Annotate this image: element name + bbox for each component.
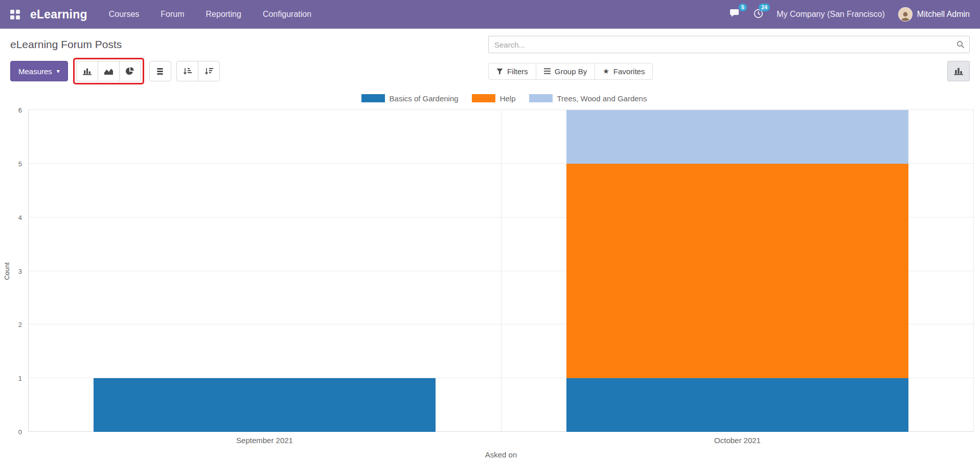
app-brand[interactable]: eLearning <box>30 8 87 21</box>
chat-icon <box>730 9 740 20</box>
bar-segment-help <box>566 164 908 378</box>
measures-label: Measures <box>18 67 52 76</box>
sort-descending-button[interactable] <box>198 61 220 81</box>
bar-segment-trees-wood-and-gardens <box>566 110 908 164</box>
y-tick-label: 3 <box>18 267 22 275</box>
stacked-toggle-button[interactable] <box>149 61 171 81</box>
sort-ascending-button[interactable] <box>176 61 198 81</box>
sort-ascending-icon <box>183 68 192 75</box>
x-tick-label: September 2021 <box>28 436 501 445</box>
x-axis-label: Asked on <box>28 450 974 459</box>
area-chart-icon <box>104 68 113 75</box>
legend-swatch <box>472 94 495 102</box>
main-menu: Courses Forum Reporting Configuration <box>109 10 311 19</box>
control-panel: eLearning Forum Posts Measures ▾ <box>0 29 980 84</box>
apps-grid-icon[interactable] <box>10 10 20 19</box>
bar-october-2021 <box>566 110 908 432</box>
category-column <box>28 110 501 432</box>
group-by-label: Group By <box>555 67 587 76</box>
group-by-bars-icon <box>544 68 551 74</box>
search-facets-row: Filters Group By ★ Favorites <box>488 61 970 81</box>
sort-descending-icon <box>204 68 213 75</box>
x-axis-ticks: September 2021 October 2021 <box>28 436 974 445</box>
graph-toolbar: Measures ▾ <box>10 58 220 84</box>
pie-chart-button[interactable] <box>119 61 141 81</box>
user-name: Mitchell Admin <box>917 10 970 19</box>
activities-button[interactable]: 24 <box>754 9 763 20</box>
filter-funnel-icon <box>496 68 503 75</box>
activities-badge: 24 <box>759 4 770 11</box>
graph-view-icon <box>954 67 963 75</box>
company-switcher[interactable]: My Company (San Francisco) <box>777 10 885 19</box>
red-annotation-box <box>73 58 144 84</box>
legend-item-help[interactable]: Help <box>472 94 516 103</box>
y-tick-label: 0 <box>18 428 22 436</box>
menu-courses[interactable]: Courses <box>109 10 140 19</box>
search-input[interactable] <box>488 36 970 53</box>
filters-button[interactable]: Filters <box>488 63 536 80</box>
legend-label: Help <box>500 94 516 103</box>
messages-badge: 5 <box>739 4 747 11</box>
legend-label: Basics of Gardening <box>390 94 459 103</box>
legend-swatch <box>361 94 385 102</box>
y-tick-label: 6 <box>18 106 22 114</box>
bar-segment-basics-of-gardening <box>566 378 908 432</box>
bar-chart-icon <box>83 68 92 75</box>
menu-reporting[interactable]: Reporting <box>206 10 241 19</box>
measures-button[interactable]: Measures ▾ <box>10 61 68 81</box>
page-title: eLearning Forum Posts <box>10 38 122 51</box>
legend-item-trees-wood-and-gardens[interactable]: Trees, Wood and Gardens <box>529 94 647 103</box>
y-tick-label: 5 <box>18 160 22 167</box>
facet-buttons: Filters Group By ★ Favorites <box>488 63 653 80</box>
stacked-layers-icon <box>156 68 164 75</box>
pie-chart-icon <box>126 67 134 75</box>
search-icon[interactable] <box>956 40 965 51</box>
area-chart-button[interactable] <box>98 61 120 81</box>
menu-forum[interactable]: Forum <box>161 10 184 19</box>
y-tick-label: 2 <box>18 321 22 328</box>
user-menu[interactable]: Mitchell Admin <box>898 7 970 21</box>
stacked-bar-chart: Basics of Gardening Help Trees, Wood and… <box>0 94 980 459</box>
filters-label: Filters <box>507 67 528 76</box>
menu-configuration[interactable]: Configuration <box>263 10 311 19</box>
y-axis-label: Count <box>3 262 11 280</box>
top-navbar: eLearning Courses Forum Reporting Config… <box>0 0 980 29</box>
bar-chart-button[interactable] <box>76 61 98 81</box>
legend-item-basics-of-gardening[interactable]: Basics of Gardening <box>361 94 459 103</box>
y-axis-ticks: 0123456 <box>11 110 28 432</box>
star-icon: ★ <box>603 68 609 75</box>
bars-container <box>28 110 974 432</box>
x-tick-label: October 2021 <box>501 436 974 445</box>
navbar-right: 5 24 My Company (San Francisco) Mitchell… <box>730 7 970 21</box>
y-tick-label: 1 <box>18 375 22 382</box>
chart-legend: Basics of Gardening Help Trees, Wood and… <box>28 94 980 103</box>
favorites-label: Favorites <box>613 67 645 76</box>
search-box <box>488 36 970 53</box>
legend-swatch <box>529 94 553 102</box>
avatar <box>898 7 913 21</box>
bar-september-2021 <box>94 110 436 432</box>
messages-button[interactable]: 5 <box>730 9 740 20</box>
chevron-down-icon: ▾ <box>57 68 60 74</box>
plot-area: Count 0123456 <box>28 110 974 432</box>
plot-grid <box>28 110 974 432</box>
favorites-button[interactable]: ★ Favorites <box>595 63 653 80</box>
bar-segment-basics-of-gardening <box>94 378 436 432</box>
y-tick-label: 4 <box>18 213 22 221</box>
legend-label: Trees, Wood and Gardens <box>557 94 647 103</box>
graph-view-switcher-button[interactable] <box>947 61 970 81</box>
group-by-button[interactable]: Group By <box>536 63 595 80</box>
category-column <box>501 110 974 432</box>
